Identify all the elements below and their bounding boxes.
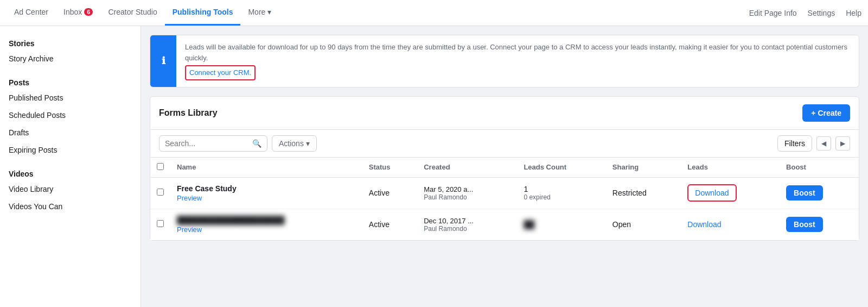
row1-checkbox-cell — [150, 177, 170, 209]
th-checkbox — [150, 158, 170, 178]
nav-publishing-tools[interactable]: Publishing Tools — [165, 0, 241, 26]
row1-sharing: Restricted — [612, 189, 647, 197]
sidebar-section-videos: Videos — [0, 165, 141, 180]
create-button[interactable]: + Create — [802, 104, 850, 122]
next-arrow-button[interactable]: ▶ — [835, 136, 850, 151]
th-created: Created — [417, 158, 517, 178]
actions-button[interactable]: Actions ▾ — [272, 135, 317, 152]
row2-preview-link[interactable]: Preview — [177, 225, 356, 234]
sidebar-item-videos-you-can[interactable]: Videos You Can — [0, 198, 141, 215]
th-name: Name — [170, 158, 362, 178]
row2-created-cell: Dec 10, 2017 ... Paul Ramondo — [417, 209, 517, 240]
row1-leads-expired: 0 expired — [524, 193, 599, 201]
table-container: Name Status Created Leads Count Sharing … — [150, 158, 859, 240]
row2-name-cell: ████████████████████ Preview — [170, 209, 362, 240]
nav-creator-studio[interactable]: Creator Studio — [100, 0, 164, 26]
row1-created-date: Mar 5, 2020 a... — [424, 185, 510, 193]
row2-leads-count-cell: ██ — [517, 209, 605, 240]
row2-leads-count-blurred: ██ — [524, 220, 599, 229]
row1-checkbox[interactable] — [157, 189, 164, 196]
info-banner-content: Leads will be available for download for… — [176, 35, 859, 87]
forms-library-header: Forms Library + Create — [150, 97, 859, 130]
row1-boost-cell: Boost — [780, 177, 859, 209]
nav-inbox[interactable]: Inbox 6 — [56, 0, 100, 26]
row2-status-cell: Active — [362, 209, 417, 240]
nav-more[interactable]: More ▾ — [240, 0, 279, 26]
table-header-row: Name Status Created Leads Count Sharing … — [150, 158, 859, 178]
table-row: Free Case Study Preview Active Mar 5, 20… — [150, 177, 859, 209]
row1-leads-cell: Download — [681, 177, 780, 209]
row2-leads-cell: Download — [681, 209, 780, 240]
th-leads: Leads — [681, 158, 780, 178]
top-nav: Ad Center Inbox 6 Creator Studio Publish… — [0, 0, 868, 26]
row2-boost-cell: Boost — [780, 209, 859, 240]
sidebar-item-story-archive[interactable]: Story Archive — [0, 50, 141, 67]
prev-arrow-button[interactable]: ◀ — [816, 136, 831, 151]
row2-sharing: Open — [612, 220, 631, 229]
th-sharing: Sharing — [606, 158, 681, 178]
info-icon: ℹ — [150, 35, 176, 87]
row1-leads-count-cell: 1 0 expired — [517, 177, 605, 209]
row1-form-name: Free Case Study — [177, 184, 356, 193]
sidebar: Stories Story Archive Posts Published Po… — [0, 26, 141, 307]
nav-right: Edit Page Info Settings Help — [749, 0, 861, 26]
sidebar-item-expiring-posts[interactable]: Expiring Posts — [0, 141, 141, 159]
toolbar-right: Filters ◀ ▶ — [777, 135, 850, 152]
sidebar-section-posts: Posts — [0, 74, 141, 89]
sidebar-spacer-1 — [0, 67, 141, 74]
row1-name-cell: Free Case Study Preview — [170, 177, 362, 209]
table-row: ████████████████████ Preview Active Dec … — [150, 209, 859, 240]
nav-edit-page-info[interactable]: Edit Page Info — [749, 9, 797, 17]
row2-boost-button[interactable]: Boost — [786, 217, 823, 232]
forms-library: Forms Library + Create 🔍 Actions ▾ Filte… — [150, 96, 859, 241]
info-banner: ℹ Leads will be available for download f… — [150, 35, 859, 87]
nav-ad-center[interactable]: Ad Center — [7, 0, 56, 26]
inbox-badge: 6 — [84, 8, 93, 16]
row2-checkbox[interactable] — [157, 220, 164, 227]
sidebar-spacer-2 — [0, 159, 141, 165]
sidebar-section-stories: Stories — [0, 35, 141, 50]
main-layout: Stories Story Archive Posts Published Po… — [0, 26, 868, 307]
th-leads-count: Leads Count — [517, 158, 605, 178]
select-all-checkbox[interactable] — [157, 163, 164, 170]
forms-library-title: Forms Library — [159, 108, 218, 118]
th-boost: Boost — [780, 158, 859, 178]
nav-left: Ad Center Inbox 6 Creator Studio Publish… — [7, 0, 749, 26]
row1-status-cell: Active — [362, 177, 417, 209]
search-input[interactable] — [165, 139, 249, 148]
chevron-down-icon: ▾ — [306, 139, 310, 148]
row1-download-button[interactable]: Download — [687, 184, 736, 202]
search-icon: 🔍 — [252, 139, 261, 148]
row2-download-button[interactable]: Download — [687, 217, 721, 232]
filters-button[interactable]: Filters — [777, 135, 812, 152]
sidebar-item-published-posts[interactable]: Published Posts — [0, 89, 141, 106]
row1-boost-button[interactable]: Boost — [786, 185, 823, 201]
sidebar-item-video-library[interactable]: Video Library — [0, 180, 141, 198]
toolbar: 🔍 Actions ▾ Filters ◀ ▶ — [150, 130, 859, 158]
sidebar-item-drafts[interactable]: Drafts — [0, 124, 141, 141]
connect-crm-link[interactable]: Connect your CRM. — [185, 65, 256, 80]
info-banner-text: Leads will be available for download for… — [185, 43, 847, 62]
row1-status: Active — [369, 189, 390, 197]
row2-status: Active — [369, 220, 390, 229]
nav-settings[interactable]: Settings — [808, 9, 835, 17]
forms-table: Name Status Created Leads Count Sharing … — [150, 158, 859, 240]
search-box: 🔍 — [159, 135, 267, 152]
sidebar-item-scheduled-posts[interactable]: Scheduled Posts — [0, 106, 141, 124]
row2-checkbox-cell — [150, 209, 170, 240]
row2-form-name: ████████████████████ — [177, 216, 356, 224]
row1-leads-count: 1 — [524, 185, 599, 193]
row1-sharing-cell: Restricted — [606, 177, 681, 209]
row2-sharing-cell: Open — [606, 209, 681, 240]
row1-preview-link[interactable]: Preview — [177, 194, 356, 202]
row2-created-date: Dec 10, 2017 ... — [424, 217, 510, 225]
row2-created-by: Paul Ramondo — [424, 225, 510, 233]
th-status: Status — [362, 158, 417, 178]
row1-created-cell: Mar 5, 2020 a... Paul Ramondo — [417, 177, 517, 209]
main-content: ℹ Leads will be available for download f… — [141, 26, 868, 307]
row1-created-by: Paul Ramondo — [424, 193, 510, 201]
nav-help[interactable]: Help — [846, 9, 861, 17]
